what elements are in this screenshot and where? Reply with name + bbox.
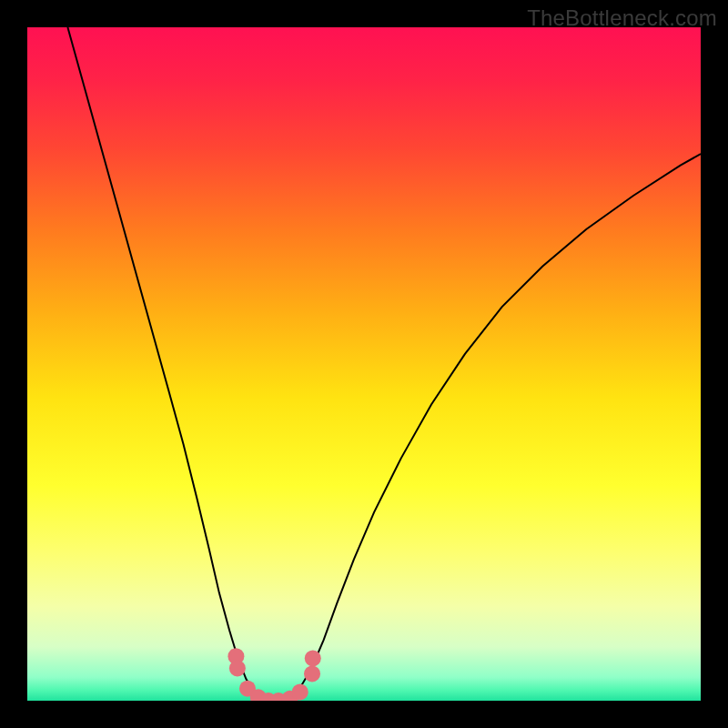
gradient-background [27,27,701,701]
data-marker [305,650,321,666]
data-marker [292,683,308,700]
watermark-text: TheBottleneck.com [527,5,717,31]
chart-frame: TheBottleneck.com [0,0,728,728]
data-marker [229,660,246,676]
plot-area [27,27,701,701]
data-marker [304,665,320,682]
chart-svg [27,27,701,701]
